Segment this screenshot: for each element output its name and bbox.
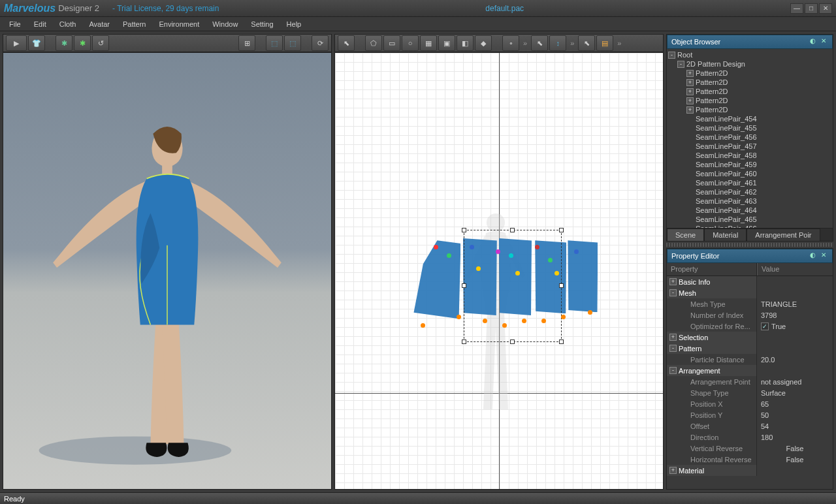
property-value[interactable]: 54 <box>761 422 769 430</box>
menu-avatar[interactable]: Avatar <box>82 18 116 30</box>
minimize-button[interactable]: — <box>790 3 803 14</box>
circle-tool[interactable]: ○ <box>402 35 419 51</box>
more-tools-1[interactable]: » <box>521 39 530 47</box>
group-toggle-icon[interactable]: + <box>669 467 677 474</box>
grid-tool[interactable]: ▦ <box>420 35 437 51</box>
tree-seam[interactable]: SeamLinePair_457 <box>668 142 831 151</box>
menu-edit[interactable]: Edit <box>27 18 53 30</box>
property-list[interactable]: +Basic Info-MeshMesh TypeTRIANGLENumber … <box>667 276 833 489</box>
seam-tool[interactable]: ↕ <box>549 35 566 51</box>
group-toggle-icon[interactable]: + <box>669 334 677 341</box>
panel-options-icon[interactable]: ◐ <box>808 251 817 260</box>
panel-divider[interactable] <box>666 243 833 247</box>
garment-a-button[interactable]: ⬚ <box>266 35 283 51</box>
property-group[interactable]: -Arrangement <box>667 365 833 376</box>
tab-arrangement[interactable]: Arrangement Poir <box>747 228 820 241</box>
tree-seam[interactable]: SeamLinePair_455 <box>668 123 831 133</box>
tree-toggle-icon[interactable]: - <box>677 61 684 68</box>
shirt-button[interactable]: 👕 <box>28 35 45 51</box>
property-group[interactable]: +Basic Info <box>667 276 833 287</box>
tree-toggle-icon[interactable]: + <box>686 97 694 104</box>
group-toggle-icon[interactable]: - <box>669 345 677 352</box>
group-toggle-icon[interactable]: - <box>669 289 677 296</box>
tab-scene[interactable]: Scene <box>667 228 704 241</box>
tree-seam[interactable]: SeamLinePair_459 <box>668 160 831 169</box>
property-row[interactable]: Optimized for Re...✓True <box>667 321 833 332</box>
more-tools-2[interactable]: » <box>568 39 577 47</box>
tree-seam[interactable]: SeamLinePair_462 <box>668 187 831 197</box>
menu-environment[interactable]: Environment <box>152 18 206 30</box>
property-row[interactable]: Number of Index3798 <box>667 309 833 321</box>
property-value[interactable]: 20.0 <box>761 356 775 364</box>
property-editor-header[interactable]: Property Editor ◐ ✕ <box>667 249 833 263</box>
property-value[interactable]: 3798 <box>761 311 777 319</box>
object-tree[interactable]: -Root-2D Pattern Design+Pattern2D+Patter… <box>667 49 833 228</box>
property-value[interactable]: 180 <box>761 433 773 441</box>
tree-toggle-icon[interactable]: + <box>686 79 694 86</box>
tree-toggle-icon[interactable]: + <box>686 88 694 95</box>
garment-b-button[interactable]: ⬚ <box>284 35 301 51</box>
tree-seam[interactable]: SeamLinePair_465 <box>668 215 831 224</box>
property-row[interactable]: Shape TypeSurface <box>667 387 833 398</box>
property-row[interactable]: Direction180 <box>667 432 833 443</box>
polygon-tool[interactable]: ⬠ <box>365 35 382 51</box>
property-value[interactable]: Surface <box>761 389 786 397</box>
tree-root[interactable]: -Root <box>668 50 831 59</box>
tab-material[interactable]: Material <box>704 228 747 241</box>
panel-close-icon[interactable]: ✕ <box>819 37 828 46</box>
property-group[interactable]: +Material <box>667 465 833 476</box>
rect-tool[interactable]: ▭ <box>383 35 400 51</box>
tree-pattern[interactable]: +Pattern2D <box>668 87 831 96</box>
tree-pattern[interactable]: +Pattern2D <box>668 96 831 105</box>
tree-seam[interactable]: SeamLinePair_463 <box>668 197 831 206</box>
tree-toggle-icon[interactable]: - <box>668 52 675 59</box>
internal-tool[interactable]: ▣ <box>438 35 455 51</box>
tree-seam[interactable]: SeamLinePair_464 <box>668 206 831 215</box>
tree-seam[interactable]: SeamLinePair_460 <box>668 169 831 178</box>
cursor-b[interactable]: ⬉ <box>578 35 595 51</box>
close-button[interactable]: ✕ <box>819 3 832 14</box>
shape-tool[interactable]: ◆ <box>475 35 492 51</box>
layers-tool[interactable]: ▤ <box>596 35 613 51</box>
cursor-a[interactable]: ⬉ <box>531 35 548 51</box>
property-row[interactable]: Mesh TypeTRIANGLE <box>667 298 833 309</box>
property-row[interactable]: Horizontal ReverseFalse <box>667 454 833 465</box>
reset-button[interactable]: ↺ <box>92 35 109 51</box>
pose-b-button[interactable]: ✱ <box>74 35 91 51</box>
play-button[interactable]: ▶ <box>6 35 27 51</box>
curve-tool[interactable]: ◧ <box>457 35 474 51</box>
menu-setting[interactable]: Setting <box>244 18 280 30</box>
property-row[interactable]: Position X65 <box>667 398 833 409</box>
property-row[interactable]: Vertical ReverseFalse <box>667 443 833 454</box>
tree-pattern[interactable]: +Pattern2D <box>668 105 831 114</box>
menu-file[interactable]: File <box>3 18 27 30</box>
property-value[interactable]: 65 <box>761 400 769 408</box>
group-toggle-icon[interactable]: - <box>669 367 677 374</box>
menu-help[interactable]: Help <box>280 18 308 30</box>
checkbox-icon[interactable]: ✓ <box>761 323 769 330</box>
property-value[interactable]: 50 <box>761 411 769 419</box>
tree-seam[interactable]: SeamLinePair_456 <box>668 133 831 142</box>
refresh-button[interactable]: ⟳ <box>312 35 329 51</box>
menu-window[interactable]: Window <box>206 18 244 30</box>
property-value[interactable]: False <box>786 456 804 464</box>
tree-seam[interactable]: SeamLinePair_458 <box>668 151 831 160</box>
maximize-button[interactable]: □ <box>805 3 818 14</box>
menu-cloth[interactable]: Cloth <box>53 18 83 30</box>
group-toggle-icon[interactable]: + <box>669 278 677 285</box>
property-value[interactable]: not assigned <box>761 378 801 386</box>
viewport-3d[interactable] <box>3 52 332 490</box>
property-value[interactable]: True <box>771 323 786 330</box>
property-group[interactable]: -Mesh <box>667 287 833 298</box>
property-group[interactable]: +Selection <box>667 332 833 343</box>
pose-a-button[interactable]: ✱ <box>56 35 72 51</box>
property-value[interactable]: False <box>786 445 804 452</box>
tree-group[interactable]: -2D Pattern Design <box>668 59 831 69</box>
menu-pattern[interactable]: Pattern <box>116 18 152 30</box>
tree-pattern[interactable]: +Pattern2D <box>668 78 831 87</box>
panel-close-icon[interactable]: ✕ <box>819 251 828 260</box>
property-row[interactable]: Position Y50 <box>667 409 833 420</box>
panel-options-icon[interactable]: ◐ <box>808 37 817 46</box>
property-row[interactable]: Offset54 <box>667 420 833 432</box>
point-tool[interactable]: ∘ <box>502 35 519 51</box>
